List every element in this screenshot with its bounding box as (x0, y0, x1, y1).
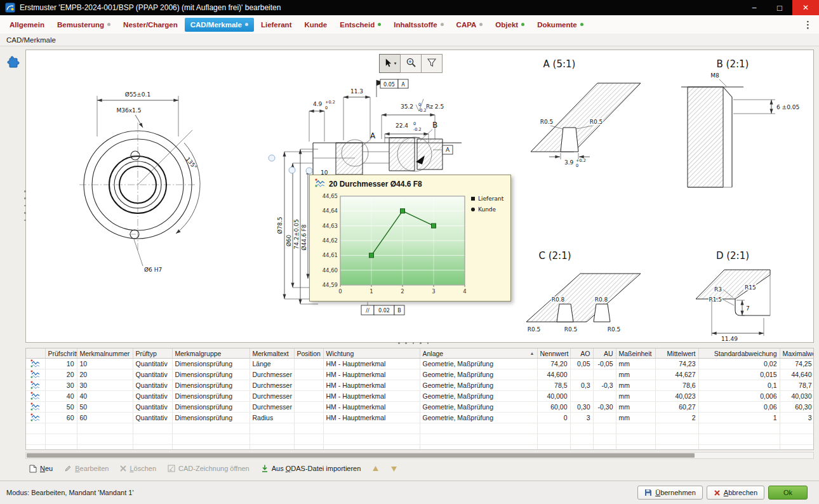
column-header-icon[interactable] (26, 348, 45, 359)
tab-allgemein[interactable]: Allgemein (4, 18, 50, 32)
detail-view-d: D (2:1) R15 R3 R1.5 7 11.49 (696, 250, 770, 342)
column-header-maximalwert[interactable]: Maximalwert (780, 348, 814, 359)
minimize-button[interactable]: – (742, 0, 767, 15)
table-cell: Durchmesser (250, 391, 294, 402)
spc-icon (26, 380, 45, 391)
column-header-anlage[interactable]: Anlage▲ (420, 348, 537, 359)
edit-button[interactable]: Bearbeiten (64, 465, 109, 472)
column-header-prüftyp[interactable]: Prüftyp (133, 348, 172, 359)
qdas-import-button[interactable]: Aus QDAS-Datei importieren (261, 465, 361, 472)
svg-text:Kunde: Kunde (478, 206, 496, 213)
svg-text:2: 2 (401, 288, 404, 295)
select-tool-button[interactable]: ▾ (379, 54, 401, 73)
svg-text:0: 0 (325, 105, 328, 110)
vertical-splitter[interactable] (23, 190, 27, 221)
move-down-button[interactable] (390, 465, 397, 472)
spc-icon (315, 178, 325, 189)
dim-thread: M36x1.5 (117, 107, 142, 114)
table-cell: Geometrie, Maßprüfung (420, 359, 537, 369)
spc-icon (26, 359, 45, 369)
apply-button[interactable]: Übernehmen (637, 486, 703, 500)
table-cell: 40 (45, 391, 77, 402)
detail-view-b: B (2:1) M8 6 ±0.05 (681, 58, 799, 187)
characteristics-module-icon (7, 55, 21, 71)
tab-kunde[interactable]: Kunde (298, 18, 333, 32)
column-header-wichtung[interactable]: Wichtung (323, 348, 420, 359)
svg-text:44,65: 44,65 (323, 193, 338, 199)
filter-tool-button[interactable] (421, 54, 443, 73)
ok-button[interactable]: Ok (768, 486, 808, 500)
tab-capa[interactable]: CAPA (451, 18, 489, 32)
table-cell: 10 (45, 359, 77, 369)
cancel-button[interactable]: Abbrechen (707, 486, 764, 500)
tab-nester-chargen[interactable]: Nester/Chargen (117, 18, 183, 32)
table-cell (294, 402, 323, 413)
magnifier-icon (406, 57, 416, 70)
tab-status-dot (245, 23, 248, 26)
maximize-button[interactable]: □ (767, 0, 792, 15)
table-row[interactable]: 5050QuantitativDimensionsprüfungDurchmes… (26, 402, 814, 413)
overflow-menu-icon[interactable]: ⋮ (797, 19, 819, 30)
column-header-ao[interactable]: AO (570, 348, 593, 359)
horizontal-scrollbar[interactable] (25, 452, 814, 459)
table-cell: 78,5 (537, 380, 570, 391)
detail-view-c: C (2:1) R0.8 R0.8 R0.5 R0.5 R0.5 (526, 250, 641, 333)
tab-cad-merkmale[interactable]: CAD/Merkmale (185, 18, 254, 32)
table-cell: 78,6 (655, 380, 698, 391)
table-cell: Radius (250, 413, 294, 423)
tab-objekt[interactable]: Objekt (489, 18, 530, 32)
sort-asc-icon: ▲ (530, 351, 535, 355)
delete-button[interactable]: Löschen (120, 465, 156, 472)
column-header-maßeinheit[interactable]: Maßeinheit (616, 348, 655, 359)
column-header-position[interactable]: Position (294, 348, 323, 359)
svg-text:3: 3 (432, 288, 435, 295)
svg-text:44,64: 44,64 (323, 208, 338, 214)
zoom-tool-button[interactable] (400, 54, 422, 73)
table-row[interactable]: 4040QuantitativDimensionsprüfungDurchmes… (26, 391, 814, 402)
table-row[interactable]: 2020QuantitativDimensionsprüfungDurchmes… (26, 369, 814, 380)
table-cell: HM - Hauptmerkmal (323, 402, 420, 413)
tab-bemusterung[interactable]: Bemusterung (51, 18, 116, 32)
svg-text:6 ±0.05: 6 ±0.05 (776, 104, 799, 110)
table-row[interactable]: 6060QuantitativDimensionsprüfungRadiusHM… (26, 413, 814, 423)
open-cad-drawing-button[interactable]: CAD-Zeichnung öffnen (168, 465, 250, 472)
close-button[interactable]: ✕ (792, 0, 819, 15)
table-cell: 60,00 (537, 402, 570, 413)
arrow-down-icon (390, 465, 397, 472)
column-header-mittelwert[interactable]: Mittelwert (655, 348, 698, 359)
popup-title: 20 Durchmesser Ø44.6 F8 (329, 180, 422, 189)
svg-text:44,59: 44,59 (323, 282, 338, 288)
table-row[interactable]: 3030QuantitativDimensionsprüfungDurchmes… (26, 380, 814, 391)
new-button[interactable]: Neu (29, 465, 53, 473)
tab-dokumente[interactable]: Dokumente (531, 18, 589, 32)
table-cell: Dimensionsprüfung (172, 402, 250, 413)
cad-viewer-panel: Ø55±0.1 M36x1.5 135° Ø6 H7 (25, 50, 814, 343)
horizontal-splitter[interactable] (398, 342, 429, 345)
characteristics-table-wrap: PrüfschrittMerkmalnummerPrüftypMerkmalgr… (25, 348, 814, 450)
table-cell: Geometrie, Maßprüfung (420, 402, 537, 413)
column-header-nennwert[interactable]: Nennwert (537, 348, 570, 359)
tab-entscheid[interactable]: Entscheid (334, 18, 387, 32)
table-row[interactable]: 1010QuantitativDimensionsprüfungLängeHM … (26, 359, 814, 369)
column-header-merkmalnummer[interactable]: Merkmalnummer (77, 348, 133, 359)
tab-inhaltsstoffe[interactable]: Inhaltsstoffe (388, 18, 449, 32)
column-header-au[interactable]: AU (593, 348, 616, 359)
svg-text:R1.5: R1.5 (709, 296, 722, 303)
tab-lieferant[interactable]: Lieferant (255, 18, 298, 32)
status-text: Modus: Bearbeiten, Mandant 'Mandant 1' (6, 489, 134, 496)
dim-4-9: 4.9 (313, 101, 323, 107)
table-cell: 2 (655, 413, 698, 423)
cad-toolbar: ▾ (380, 54, 443, 73)
column-header-merkmalgruppe[interactable]: Merkmalgruppe (172, 348, 250, 359)
column-header-prüfschritt[interactable]: Prüfschritt (45, 348, 77, 359)
detail-view-a: A (5:1) R0.5 R0.5 3.9 +0.2 0 (531, 58, 641, 168)
column-header-standardabweichung[interactable]: Standardabweichung (698, 348, 780, 359)
move-up-button[interactable] (372, 465, 379, 472)
column-header-merkmaltext[interactable]: Merkmaltext (250, 348, 294, 359)
table-cell: 74,23 (655, 359, 698, 369)
scrollbar-thumb[interactable] (27, 453, 695, 458)
svg-text:R3: R3 (714, 286, 722, 293)
table-cell: 60 (77, 413, 133, 423)
table-cell: 50 (77, 402, 133, 413)
table-cell: Geometrie, Maßprüfung (420, 380, 537, 391)
